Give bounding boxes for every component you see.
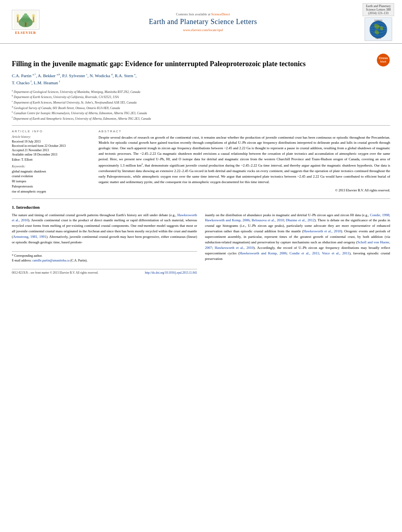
article-info-abstract: ARTICLE INFO Article history: Received 1… bbox=[12, 130, 390, 195]
keyword-5: rise of atmospheric oxygen bbox=[12, 189, 91, 195]
earth-globe-svg: EARTH SCIENCES bbox=[367, 19, 390, 40]
ref-hawkesworth-2010c[interactable]: Hawkesworth et al., 2010 bbox=[215, 246, 253, 250]
intro-left-col: The nature and timing of continental cru… bbox=[12, 213, 197, 276]
footer-bar: 0012-821X/$ – see front matter © 2013 El… bbox=[12, 269, 197, 276]
abstract-col: ABSTRACT Despite several decades of rese… bbox=[99, 130, 390, 195]
affiliations: a Department of Geological Sciences, Uni… bbox=[12, 89, 390, 121]
intro-right-col: inantly on the distribution of abundance… bbox=[205, 213, 390, 276]
keyword-3: Hf isotopes bbox=[12, 179, 91, 184]
ref-voice-2011[interactable]: Voice et al., 2011 bbox=[322, 251, 350, 255]
svg-point-7 bbox=[17, 14, 19, 17]
copyright-line: © 2013 Elsevier B.V. All rights reserved… bbox=[99, 188, 390, 192]
authors: C.A. Partin a,*, A. Bekker a,b, P.J. Syl… bbox=[12, 72, 390, 86]
keyword-2: crustal evolution bbox=[12, 174, 91, 179]
sciencedirect-line: Contents lists available at ScienceDirec… bbox=[51, 12, 355, 16]
ref-armstrong-1981[interactable]: Armstrong, 1981, 1991 bbox=[13, 235, 47, 239]
svg-text:EARTH: EARTH bbox=[376, 37, 381, 39]
svg-text:Mark: Mark bbox=[380, 60, 387, 63]
received-date: Received 19 July 2013 bbox=[12, 140, 91, 143]
footer-doi[interactable]: http://dx.doi.org/10.1016/j.epsl.2013.11… bbox=[145, 271, 197, 274]
elsevier-logo-box bbox=[12, 10, 39, 30]
journal-header: ELSEVIER Contents lists available at Sci… bbox=[0, 0, 402, 44]
ref-condie-2011[interactable]: Condie et al., 2011 bbox=[289, 251, 319, 255]
svg-rect-4 bbox=[25, 22, 26, 26]
intro-left-text: The nature and timing of continental cru… bbox=[12, 213, 197, 246]
journal-issue-badge: Earth and Planetary Science Letters 388 … bbox=[363, 3, 394, 16]
journal-title-header: Earth and Planetary Science Letters bbox=[51, 18, 355, 26]
journal-url[interactable]: www.elsevier.com/locate/epsl bbox=[183, 28, 223, 32]
svg-point-5 bbox=[24, 13, 27, 16]
editor-info: Editor: T. Elliott bbox=[12, 158, 91, 161]
accepted-date: Accepted 21 November 2013 bbox=[12, 148, 91, 152]
intro-title: 1. Introduction bbox=[12, 205, 390, 209]
article-info-heading: ARTICLE INFO bbox=[12, 130, 91, 133]
crossmark-svg: Cross Mark bbox=[376, 53, 390, 67]
crossmark-logo: Cross Mark bbox=[376, 53, 390, 67]
intro-body: The nature and timing of continental cru… bbox=[12, 213, 390, 276]
earth-logo-box: Earth and Planetary Science Letters 388 … bbox=[363, 3, 394, 41]
elsevier-logo: ELSEVIER bbox=[8, 10, 43, 35]
ref-belousova[interactable]: Belousova et al., 2010 bbox=[252, 218, 284, 222]
elsevier-logo-svg bbox=[14, 11, 37, 28]
sciencedirect-link[interactable]: ScienceDirect bbox=[211, 12, 230, 16]
revised-date: Received in revised form 22 October 2013 bbox=[12, 144, 91, 148]
keyword-4: Paleoproterozoic bbox=[12, 184, 91, 189]
svg-rect-6 bbox=[17, 17, 19, 22]
ref-condie-1998[interactable]: Condie, 1998 bbox=[370, 213, 389, 217]
svg-rect-8 bbox=[33, 17, 34, 22]
footer-issn: 0012-821X/$ – see front matter © 2013 El… bbox=[12, 271, 99, 274]
svg-point-9 bbox=[32, 14, 35, 17]
intro-right-text: inantly on the distribution of abundance… bbox=[205, 213, 390, 262]
ref-dhuime[interactable]: Dhuime et al., 2012 bbox=[286, 218, 315, 222]
svg-text:SCIENCES: SCIENCES bbox=[374, 19, 383, 21]
keyword-1: global magmatic shutdown bbox=[12, 169, 91, 174]
footnote-area: * Corresponding author. E-mail address: … bbox=[12, 251, 197, 263]
article-title: Filling in the juvenile magmatic gap: Ev… bbox=[12, 59, 372, 69]
earth-logo: EARTH SCIENCES bbox=[365, 17, 392, 41]
footnote-corresponding: * Corresponding author. bbox=[12, 254, 197, 258]
abstract-text: Despite several decades of research on g… bbox=[99, 135, 390, 185]
content-area: Filling in the juvenile magmatic gap: Ev… bbox=[0, 44, 402, 280]
elsevier-text: ELSEVIER bbox=[15, 31, 36, 35]
header-center: Contents lists available at ScienceDirec… bbox=[43, 12, 363, 32]
svg-text:Cross: Cross bbox=[379, 56, 388, 60]
footnote-email-link[interactable]: camille.partin@umanitoba.ca bbox=[32, 259, 69, 262]
divider bbox=[12, 125, 390, 126]
abstract-heading: ABSTRACT bbox=[99, 130, 390, 133]
article-history-label: Article history: bbox=[12, 135, 91, 139]
page: ELSEVIER Contents lists available at Sci… bbox=[0, 0, 402, 532]
divider-2 bbox=[12, 198, 390, 199]
keywords-label: Keywords: bbox=[12, 165, 91, 168]
intro-section: 1. Introduction The nature and timing of… bbox=[12, 205, 390, 276]
ref-hawkesworth-2010[interactable]: Hawkesworth et al., 2010 bbox=[12, 213, 197, 222]
ref-hawkesworth-2010b[interactable]: Hawkesworth et al., 2010 bbox=[303, 229, 341, 233]
footnote-email: E-mail address: camille.partin@umanitoba… bbox=[12, 258, 197, 263]
available-date: Available online 18 December 2013 bbox=[12, 153, 91, 156]
ref-hawkesworth-kemp-2006[interactable]: Hawkesworth and Kemp, 2006 bbox=[240, 251, 287, 255]
article-info-col: ARTICLE INFO Article history: Received 1… bbox=[12, 130, 91, 195]
ref-hawkesworth-kemp[interactable]: Hawkesworth and Kemp, 2006 bbox=[205, 218, 249, 222]
